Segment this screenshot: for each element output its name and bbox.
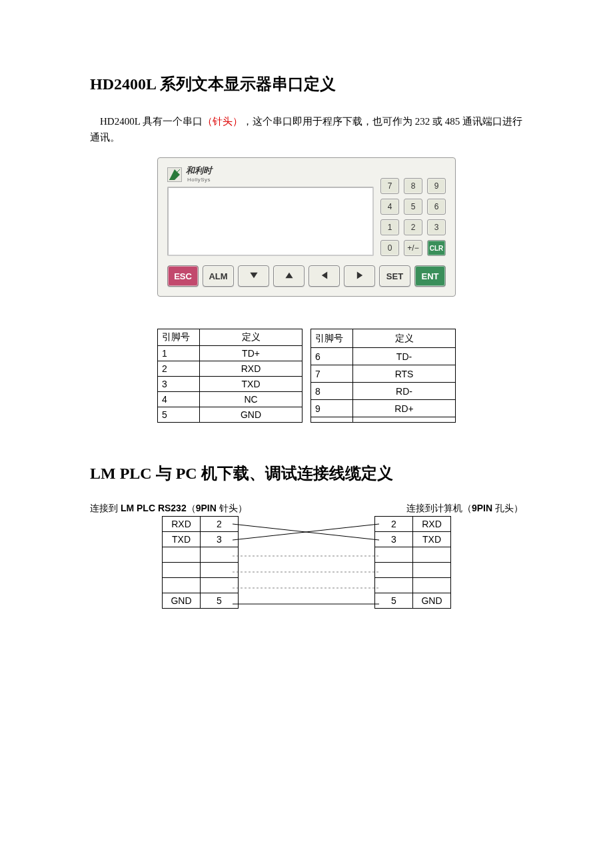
cable-right-label: 连接到计算机（9PIN 孔头） [406,503,523,515]
numeric-keypad: 7 8 9 4 5 6 1 2 3 0 +/− CLR [380,166,446,256]
esc-button[interactable]: ESC [167,265,199,287]
key-8[interactable]: 8 [404,178,422,194]
def-header: 定义 [353,329,456,348]
def-header: 定义 [200,329,303,346]
intro-red: （针头） [203,116,243,127]
up-arrow-button[interactable] [273,265,305,287]
table-row [163,547,239,563]
key-clr[interactable]: CLR [427,240,446,256]
table-row: 1TD+ [158,346,303,361]
down-arrow-button[interactable] [238,265,269,287]
section1-title: HD2400L 系列文本显示器串口定义 [90,73,523,95]
logo-cn: 和利时 [186,165,212,175]
hmi-device-panel: 和利时 HollySys 7 8 9 4 5 6 1 2 3 0 [157,157,456,297]
left-arrow-button[interactable] [308,265,340,287]
table-row [163,563,239,578]
key-4[interactable]: 4 [380,199,399,215]
pin-header: 引脚号 [311,329,353,348]
table-row: 3TXD [375,532,451,547]
svg-marker-2 [250,272,257,277]
table-row [375,563,451,578]
key-2[interactable]: 2 [404,219,422,235]
table-row: 2RXD [158,361,303,377]
table-row: RXD2 [163,517,239,532]
section2-title: LM PLC 与 PC 机下载、调试连接线缆定义 [90,463,523,484]
key-9[interactable]: 9 [427,178,446,194]
table-row: 5GND [375,593,451,609]
right-arrow-button[interactable] [344,265,375,287]
pinout-table-right: 引脚号 定义 6TD- 7RTS 8RD- 9RD+ [310,329,456,423]
key-1[interactable]: 1 [380,219,399,235]
svg-marker-3 [285,272,293,277]
set-button[interactable]: SET [379,265,410,287]
function-button-row: ESC ALM SET ENT [167,265,446,287]
table-row: 9RD+ [311,400,456,417]
cable-diagram: RXD2 TXD3 GND5 2RXD 3TXD 5GND [90,516,523,619]
table-row: 2RXD [375,517,451,532]
table-row: 5GND [158,407,303,423]
table-row: GND5 [163,593,239,609]
triangle-right-icon [355,271,364,282]
triangle-up-icon [285,271,294,282]
logo-en: HollySys [187,177,211,183]
cable-left-table: RXD2 TXD3 GND5 [162,516,239,609]
table-row: 8RD- [311,383,456,400]
pin-header: 引脚号 [158,329,200,346]
table-row: 4NC [158,392,303,407]
cable-left-label: 连接到 LM PLC RS232（9PIN 针头） [90,503,247,515]
table-row [375,578,451,593]
key-6[interactable]: 6 [427,199,446,215]
key-7[interactable]: 7 [380,178,399,194]
section1-intro: HD2400L 具有一个串口（针头），这个串口即用于程序下载，也可作为 232 … [90,113,523,145]
pinout-tables: 引脚号 定义 1TD+ 2RXD 3TXD 4NC 5GND 引脚号 定义 6T… [157,329,456,423]
table-row: 6TD- [311,348,456,365]
table-row [311,417,456,423]
key-5[interactable]: 5 [404,199,422,215]
table-row [375,547,451,563]
svg-marker-4 [321,271,326,279]
table-row: 3TXD [158,377,303,392]
key-3[interactable]: 3 [427,219,446,235]
table-row: TXD3 [163,532,239,547]
pinout-table-left: 引脚号 定义 1TD+ 2RXD 3TXD 4NC 5GND [157,329,303,423]
table-row [163,578,239,593]
intro-pre: HD2400L 具有一个串口 [100,116,203,127]
svg-marker-5 [356,271,362,279]
ent-button[interactable]: ENT [414,265,446,287]
logo-mark-icon [167,167,182,182]
table-row: 7RTS [311,365,456,383]
key-0[interactable]: 0 [380,240,399,256]
alm-button[interactable]: ALM [203,265,234,287]
triangle-down-icon [249,271,259,282]
key-plus-minus[interactable]: +/− [404,240,422,256]
cable-wires-icon [233,516,379,619]
triangle-left-icon [320,271,329,282]
cable-labels: 连接到 LM PLC RS232（9PIN 针头） 连接到计算机（9PIN 孔头… [90,503,523,515]
device-lcd-screen [167,187,374,256]
device-logo: 和利时 HollySys [167,166,371,183]
cable-right-table: 2RXD 3TXD 5GND [374,516,451,609]
